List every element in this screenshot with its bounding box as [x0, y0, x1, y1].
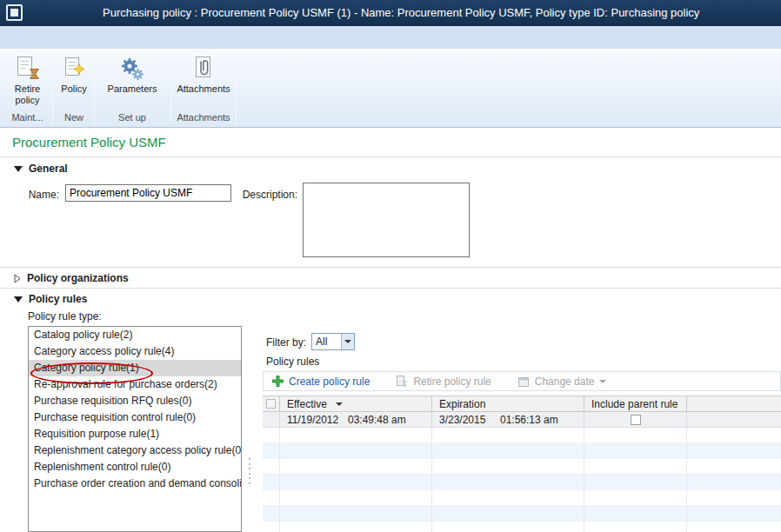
column-header-label: Effective	[287, 398, 327, 410]
grid-empty-row	[263, 443, 781, 459]
rule-type-item[interactable]: Requisition purpose rule(1)	[29, 426, 241, 442]
expand-indicator-icon	[14, 274, 21, 283]
select-all-checkbox[interactable]	[266, 399, 276, 409]
column-header-filler	[687, 396, 781, 411]
divider	[0, 156, 781, 157]
ribbon-group-maintain: Retire policy Maint...	[3, 50, 51, 125]
attachments-label: Attachments	[177, 83, 230, 95]
grid-caption: Policy rules	[266, 356, 319, 368]
expiration-date: 3/23/2015	[439, 414, 500, 426]
include-parent-rule-checkbox[interactable]	[631, 415, 641, 425]
ribbon-tabs-row: File Purchasing policy	[0, 26, 781, 49]
rule-type-item[interactable]: Catalog policy rule(2)	[29, 327, 241, 343]
ribbon-group-attachments: Attachments Attachments	[172, 50, 235, 125]
grid-empty-row	[263, 459, 781, 475]
new-policy-button[interactable]: Policy	[61, 50, 87, 112]
name-label: Name:	[19, 189, 59, 201]
create-policy-rule-button[interactable]: Create policy rule	[272, 376, 370, 388]
column-header-effective[interactable]: Effective	[280, 396, 432, 411]
attachments-button[interactable]: Attachments	[177, 50, 230, 112]
ribbon-group-separator	[94, 50, 95, 123]
section-header-policy-rules[interactable]: Policy rules	[14, 293, 87, 305]
rule-type-item[interactable]: Replenishment category access policy rul…	[29, 442, 241, 459]
grid-empty-row	[263, 428, 781, 443]
column-header-label: Include parent rule	[591, 398, 678, 410]
policy-rule-type-listbox: Catalog policy rule(2) Category access p…	[28, 326, 242, 532]
name-field[interactable]	[65, 184, 231, 202]
grid-empty-row	[263, 522, 781, 532]
ribbon-group-caption: New	[64, 112, 83, 125]
divider	[0, 267, 781, 268]
collapse-indicator-icon	[14, 296, 23, 303]
calendar-icon	[517, 376, 530, 388]
plus-icon	[272, 376, 284, 387]
window-title: Purchasing policy : Procurement Policy U…	[103, 6, 779, 19]
grid-empty-row	[263, 506, 781, 522]
rule-type-item[interactable]: Purchase requisition control rule(0)	[29, 409, 241, 426]
section-label-policy-rules: Policy rules	[29, 293, 87, 305]
ribbon-group-caption: Maint...	[11, 112, 43, 125]
select-all-cell	[263, 396, 280, 411]
change-date-button[interactable]: Change date	[517, 376, 607, 388]
parameters-label: Parameters	[108, 83, 157, 95]
chevron-down-icon	[599, 380, 606, 383]
expiration-time: 01:56:13 am	[500, 414, 558, 426]
ribbon-group-caption: Set up	[118, 112, 146, 125]
rule-type-item[interactable]: Purchase requisition RFQ rules(0)	[29, 393, 241, 409]
rule-type-item[interactable]: Category access policy rule(4)	[29, 343, 241, 360]
grid-header-row: Effective Expiration Include parent rule	[263, 396, 781, 412]
column-header-include-parent-rule[interactable]: Include parent rule	[584, 396, 687, 411]
create-policy-rule-label: Create policy rule	[289, 376, 370, 388]
section-header-policy-organizations[interactable]: Policy organizations	[14, 272, 129, 284]
chevron-down-icon	[341, 334, 354, 349]
panel-splitter[interactable]	[248, 458, 251, 484]
parameters-button[interactable]: Parameters	[108, 50, 157, 112]
divider	[0, 288, 781, 289]
retire-policy-button[interactable]: Retire policy	[3, 50, 51, 112]
rule-type-item[interactable]: Replenishment control rule(0)	[29, 459, 241, 475]
app-icon	[6, 4, 23, 21]
grid-empty-row	[263, 475, 781, 490]
section-label-policy-organizations: Policy organizations	[27, 272, 129, 284]
sort-arrow-icon	[336, 402, 343, 406]
ribbon-group-separator	[170, 50, 171, 123]
filter-select-value: All	[312, 336, 341, 348]
retire-policy-icon	[15, 54, 41, 83]
grid-row[interactable]: 11/19/2012 03:49:48 am 3/23/2015 01:56:1…	[263, 412, 781, 428]
row-filler	[687, 412, 781, 427]
parameters-gears-icon	[119, 54, 145, 83]
ribbon-group-caption: Attachments	[177, 112, 230, 125]
change-date-label: Change date	[535, 376, 595, 388]
description-field[interactable]	[303, 183, 470, 257]
include-parent-rule-cell	[584, 412, 687, 427]
row-select-cell[interactable]	[263, 412, 280, 427]
column-header-expiration[interactable]: Expiration	[432, 396, 584, 411]
ribbon: Retire policy Maint... Policy New	[0, 49, 781, 128]
effective-time: 03:49:48 am	[348, 414, 406, 426]
retire-policy-rule-button[interactable]: Retire policy rule	[396, 376, 491, 388]
expiration-cell: 3/23/2015 01:56:13 am	[432, 412, 584, 427]
filter-by-label: Filter by:	[266, 336, 306, 349]
title-bar: Purchasing policy : Procurement Policy U…	[0, 0, 781, 26]
ribbon-group-setup: Parameters Set up	[96, 50, 169, 125]
effective-cell: 11/19/2012 03:49:48 am	[280, 412, 432, 427]
rule-type-item-selected[interactable]: Category policy rule(1)	[29, 360, 241, 376]
section-label-general: General	[29, 163, 68, 175]
column-header-label: Expiration	[439, 398, 485, 410]
new-policy-label: Policy	[61, 83, 86, 95]
policy-rules-grid: Effective Expiration Include parent rule…	[263, 396, 781, 532]
grid-empty-row	[263, 490, 781, 506]
attachments-paperclip-icon	[190, 54, 217, 83]
retire-rule-icon	[396, 376, 408, 388]
rule-type-item[interactable]: Re-approval rule for purchase orders(2)	[29, 376, 241, 393]
effective-date: 11/19/2012	[287, 414, 348, 426]
ribbon-group-separator	[52, 50, 53, 123]
collapse-indicator-icon	[14, 166, 23, 172]
retire-policy-rule-label: Retire policy rule	[413, 376, 491, 388]
policy-rules-toolbar: Create policy rule Retire policy rule Ch…	[263, 371, 781, 391]
section-header-general[interactable]: General	[14, 163, 68, 175]
purchasing-policy-window: Purchasing policy : Procurement Policy U…	[0, 0, 781, 532]
rule-type-item[interactable]: Purchase order creation and demand conso…	[29, 475, 241, 492]
filter-select[interactable]: All	[311, 333, 355, 350]
new-policy-icon	[61, 54, 87, 83]
